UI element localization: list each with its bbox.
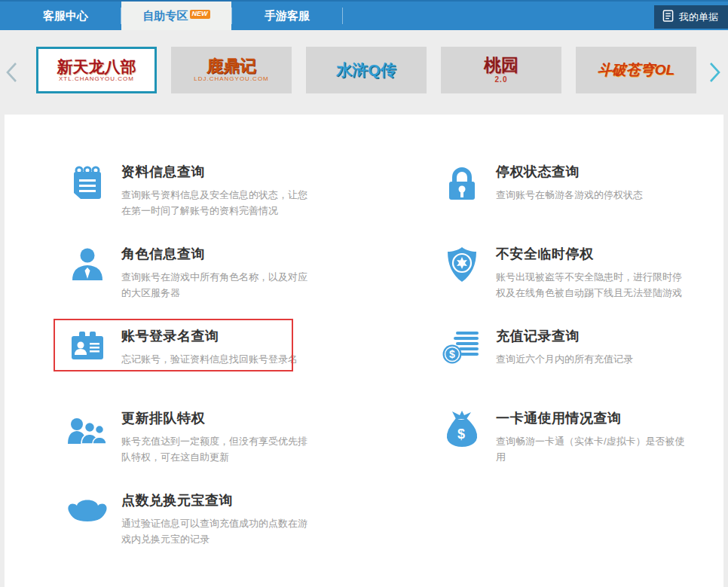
self-service-panel: 资料信息查询 查询账号资料信息及安全信息的状态，让您在第一时间了解账号的资料完善… (5, 115, 723, 587)
tab-bar: 客服中心 自助专区NEW 手游客服 (0, 2, 343, 30)
service-desc: 查询账号在畅游各游戏的停权状态 (496, 187, 686, 203)
notepad-icon (66, 162, 110, 207)
service-title: 充值记录查询 (496, 327, 686, 345)
service-desc: 通过验证信息可以查询充值成功的点数在游戏内兑换元宝的记录 (121, 515, 311, 547)
service-text: 一卡通使用情况查询 查询畅游一卡通（实体卡/虚拟卡）是否被使用 (496, 408, 686, 465)
game-card-shuihuqzhuan[interactable]: 水浒Q传 (306, 47, 427, 93)
service-desc: 查询畅游一卡通（实体卡/虚拟卡）是否被使用 (496, 433, 686, 465)
service-title: 停权状态查询 (496, 163, 686, 181)
service-item-points-exchange[interactable]: 点数兑换元宝查询 通过验证信息可以查询充值成功的点数在游戏内兑换元宝的记录 (66, 490, 441, 572)
service-text: 账号登录名查询 忘记账号，验证资料信息找回账号登录名 (121, 326, 311, 367)
game-carousel: 新天龙八部 XTL.CHANGYOU.COM 鹿鼎记 LDJ.CHANGYOU.… (0, 30, 728, 115)
id-card-icon (66, 326, 110, 371)
game-card-taoyuan[interactable]: 桃园 2.0 (441, 47, 561, 93)
my-tickets-label: 我的单据 (679, 11, 718, 24)
service-title: 点数兑换元宝查询 (121, 491, 311, 509)
my-tickets-button[interactable]: 我的单据 (654, 5, 728, 29)
service-item-queue-privilege[interactable]: 更新排队特权 账号充值达到一定额度，但没有享受优先排队特权，可在这自助更新 (66, 408, 441, 490)
service-text: 充值记录查询 查询近六个月内的所有充值记录 (496, 326, 686, 367)
service-title: 资料信息查询 (121, 163, 311, 181)
service-item-recharge-records[interactable]: $ 充值记录查询 查询近六个月内的所有充值记录 (441, 326, 693, 408)
carousel-next-icon[interactable] (708, 61, 723, 87)
tab-service-center[interactable]: 客服中心 (11, 2, 121, 30)
service-text: 更新排队特权 账号充值达到一定额度，但没有享受优先排队特权，可在这自助更新 (121, 408, 311, 465)
service-title: 不安全临时停权 (496, 245, 686, 263)
service-desc: 账号充值达到一定额度，但没有享受优先排队特权，可在这自助更新 (121, 433, 311, 465)
carousel-prev-icon[interactable] (4, 61, 19, 87)
shield-star-icon (441, 244, 485, 289)
game-card-tianlongbabu[interactable]: 新天龙八部 XTL.CHANGYOU.COM (36, 47, 157, 93)
game-card-doupocangqiong[interactable]: 斗破苍穹OL (576, 47, 696, 93)
user-icon (66, 244, 110, 289)
service-desc: 账号出现被盗等不安全隐患时，进行限时停权及在线角色被自动踢下线且无法登陆游戏 (496, 269, 686, 301)
service-text: 不安全临时停权 账号出现被盗等不安全隐患时，进行限时停权及在线角色被自动踢下线且… (496, 243, 686, 301)
new-badge: NEW (190, 10, 210, 19)
ingot-icon (66, 491, 110, 536)
game-logo: 水浒Q传 (336, 61, 396, 78)
money-bag-icon: $ (441, 408, 485, 454)
lock-icon (441, 162, 485, 207)
service-item-onecard-usage[interactable]: $ 一卡通使用情况查询 查询畅游一卡通（实体卡/虚拟卡）是否被使用 (441, 408, 693, 490)
users-group-icon (66, 408, 110, 454)
game-logo: 斗破苍穹OL (598, 63, 674, 78)
service-item-suspension-status[interactable]: 停权状态查询 查询账号在畅游各游戏的停权状态 (441, 161, 693, 243)
tab-mobile-service[interactable]: 手游客服 (232, 2, 342, 30)
game-logo-version: 2.0 (495, 75, 508, 84)
game-card-list: 新天龙八部 XTL.CHANGYOU.COM 鹿鼎记 LDJ.CHANGYOU.… (36, 47, 696, 93)
service-item-unsafe-temp-suspension[interactable]: 不安全临时停权 账号出现被盗等不安全隐患时，进行限时停权及在线角色被自动踢下线且… (441, 243, 693, 326)
service-text: 点数兑换元宝查询 通过验证信息可以查询充值成功的点数在游戏内兑换元宝的记录 (121, 490, 311, 547)
service-title: 账号登录名查询 (121, 327, 311, 345)
service-text: 资料信息查询 查询账号资料信息及安全信息的状态，让您在第一时间了解账号的资料完善… (121, 161, 311, 219)
service-desc: 查询近六个月内的所有充值记录 (496, 351, 686, 367)
service-item-role-info[interactable]: 角色信息查询 查询账号在游戏中所有角色名称，以及对应的大区服务器 (66, 243, 441, 326)
game-logo: 鹿鼎记 (206, 57, 256, 75)
svg-text:$: $ (457, 426, 465, 442)
service-title: 更新排队特权 (121, 409, 311, 427)
service-title: 角色信息查询 (121, 245, 311, 263)
service-desc: 忘记账号，验证资料信息找回账号登录名 (121, 351, 311, 367)
game-logo: 桃园 (484, 56, 518, 75)
tab-self-service-label: 自助专区 (143, 9, 188, 22)
game-logo: 新天龙八部 (57, 58, 136, 75)
game-logo-url: XTL.CHANGYOU.COM (59, 75, 134, 83)
top-nav-bar: 客服中心 自助专区NEW 手游客服 我的单据 (0, 0, 728, 30)
service-grid: 资料信息查询 查询账号资料信息及安全信息的状态，让您在第一时间了解账号的资料完善… (66, 161, 693, 572)
tab-separator (342, 8, 343, 24)
service-title: 一卡通使用情况查询 (496, 409, 686, 427)
service-text: 角色信息查询 查询账号在游戏中所有角色名称，以及对应的大区服务器 (121, 243, 311, 301)
svg-text:$: $ (449, 348, 455, 360)
document-icon (662, 9, 674, 25)
tab-self-service[interactable]: 自助专区NEW (121, 2, 231, 30)
dollar-list-icon: $ (441, 326, 485, 371)
game-logo-url: LDJ.CHANGYOU.COM (194, 75, 269, 83)
service-text: 停权状态查询 查询账号在畅游各游戏的停权状态 (496, 161, 686, 203)
service-desc: 查询账号在游戏中所有角色名称，以及对应的大区服务器 (121, 269, 311, 301)
game-card-ludingji[interactable]: 鹿鼎记 LDJ.CHANGYOU.COM (171, 47, 292, 93)
service-item-profile-info[interactable]: 资料信息查询 查询账号资料信息及安全信息的状态，让您在第一时间了解账号的资料完善… (66, 161, 441, 243)
service-item-account-login-name[interactable]: 账号登录名查询 忘记账号，验证资料信息找回账号登录名 (66, 326, 441, 408)
service-desc: 查询账号资料信息及安全信息的状态，让您在第一时间了解账号的资料完善情况 (121, 187, 311, 219)
